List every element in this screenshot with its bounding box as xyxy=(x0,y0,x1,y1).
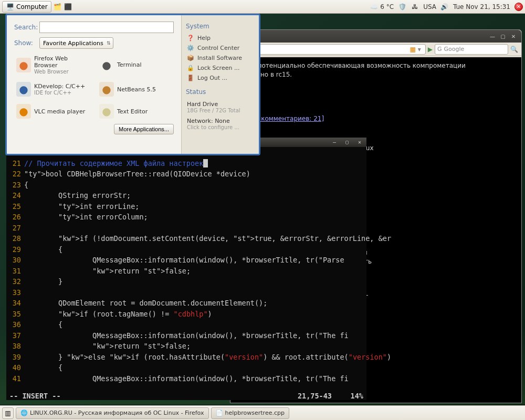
app-icon: ● xyxy=(99,104,114,119)
maximize-button[interactable]: ▢ xyxy=(342,139,352,146)
system-item-icon: 📦 xyxy=(187,55,194,61)
dropdown-icon[interactable]: ▾ xyxy=(418,46,421,53)
vim-editor[interactable]: 2021// Прочитать содержимое XML файла на… xyxy=(6,147,366,384)
search-input[interactable] xyxy=(39,22,174,33)
app-icon: ● xyxy=(99,58,114,72)
minimize-button[interactable]: — xyxy=(488,33,497,40)
system-item-icon: 🔒 xyxy=(187,65,194,71)
main-menu-button[interactable]: 🖥️ Computer xyxy=(2,1,51,13)
top-panel: 🖥️ Computer 🗂️ ⬛ ☁️ 6 °C 🛡️ 🖧 USA 🔊 Tue … xyxy=(0,0,525,14)
app-icon: ● xyxy=(16,58,31,72)
weather-applet[interactable]: ☁️ 6 °C xyxy=(370,3,394,10)
launcher-icon-1[interactable]: 🗂️ xyxy=(54,3,62,11)
app-item[interactable]: ●Terminal xyxy=(97,53,174,77)
firefox-toolbar: ▦ ▾ ▶ G Google 🔍 xyxy=(230,43,521,56)
show-label: Show: xyxy=(14,39,39,47)
network-status[interactable]: Network: None Click to configure ... xyxy=(186,116,255,132)
system-item-icon: ⚙️ xyxy=(187,45,194,51)
close-button[interactable]: ✕ xyxy=(355,139,364,146)
system-item[interactable]: 📦Install Software xyxy=(186,53,255,63)
vim-statusline: -- INSERT -- 21,75-43 14% xyxy=(6,391,366,400)
launcher-icon-2[interactable]: ⬛ xyxy=(64,3,72,11)
clock[interactable]: Tue Nov 21, 15:31 xyxy=(453,3,510,10)
bottom-panel: ▥ 🌐 LINUX.ORG.RU - Русская информация об… xyxy=(0,405,525,420)
system-item[interactable]: ⚙️Control Center xyxy=(186,43,255,53)
computer-icon: 🖥️ xyxy=(6,3,14,11)
app-item[interactable]: ●KDevelop: C/C++IDE for C/C++ xyxy=(14,80,91,99)
update-icon[interactable]: 🛡️ xyxy=(398,3,406,11)
app-item[interactable]: ●VLC media player xyxy=(14,102,91,121)
close-button[interactable]: ✕ xyxy=(509,33,518,40)
computer-label: Computer xyxy=(16,3,48,10)
network-icon[interactable]: 🖧 xyxy=(411,3,419,11)
volume-icon[interactable]: 🔊 xyxy=(440,3,449,11)
firefox-titlebar[interactable]: ox — ▢ ✕ xyxy=(230,30,521,43)
system-item[interactable]: 🚪Log Out ... xyxy=(186,73,255,83)
minimize-button[interactable]: — xyxy=(330,139,339,146)
system-header: System xyxy=(186,23,255,30)
search-go-icon[interactable]: 🔍 xyxy=(510,46,518,53)
system-item[interactable]: ❓Help xyxy=(186,33,255,43)
more-applications-button[interactable]: More Applications... xyxy=(114,124,174,134)
system-item-icon: 🚪 xyxy=(187,75,194,81)
system-tray: ☁️ 6 °C 🛡️ 🖧 USA 🔊 Tue Nov 21, 15:31 ✕ xyxy=(370,3,523,11)
app-icon: ● xyxy=(16,104,31,119)
app-item[interactable]: ●NetBeans 5.5 xyxy=(97,80,174,99)
app-icon: ● xyxy=(99,82,114,97)
logout-button[interactable]: ✕ xyxy=(514,3,523,11)
keyboard-layout[interactable]: USA xyxy=(423,3,436,10)
app-item[interactable]: ●Text Editor xyxy=(97,102,174,121)
search-label: Search: xyxy=(14,24,39,31)
system-item-icon: ❓ xyxy=(187,35,194,41)
search-bar[interactable]: G Google xyxy=(435,44,508,55)
rss-icon[interactable]: ▦ xyxy=(410,46,415,53)
taskbar-item-editor[interactable]: 📄 helpbrowsertree.cpp xyxy=(211,407,289,419)
show-combo[interactable]: Favorite Applications xyxy=(39,37,113,49)
app-icon: ● xyxy=(16,82,31,97)
maximize-button[interactable]: ▢ xyxy=(498,33,508,40)
hard-drive-status[interactable]: Hard Drive 18G Free / 72G Total xyxy=(186,99,255,116)
show-desktop-button[interactable]: ▥ xyxy=(2,407,14,419)
google-icon: G xyxy=(437,46,442,52)
app-item[interactable]: ●Firefox Web BrowserWeb Browser xyxy=(14,53,91,77)
system-item[interactable]: 🔒Lock Screen ... xyxy=(186,63,255,73)
vim-window: — ▢ ✕ 2021// Прочитать содержимое XML фа… xyxy=(6,138,366,400)
go-button[interactable]: ▶ xyxy=(428,46,433,53)
url-bar[interactable]: ▦ ▾ xyxy=(234,44,426,55)
firefox-icon: 🌐 xyxy=(20,410,28,416)
document-icon: 📄 xyxy=(216,410,223,416)
main-menu: Search: Show: Favorite Applications ●Fir… xyxy=(5,14,260,155)
status-header: Status xyxy=(186,88,255,96)
taskbar-item-firefox[interactable]: 🌐 LINUX.ORG.RU - Русская информация об О… xyxy=(16,407,209,419)
